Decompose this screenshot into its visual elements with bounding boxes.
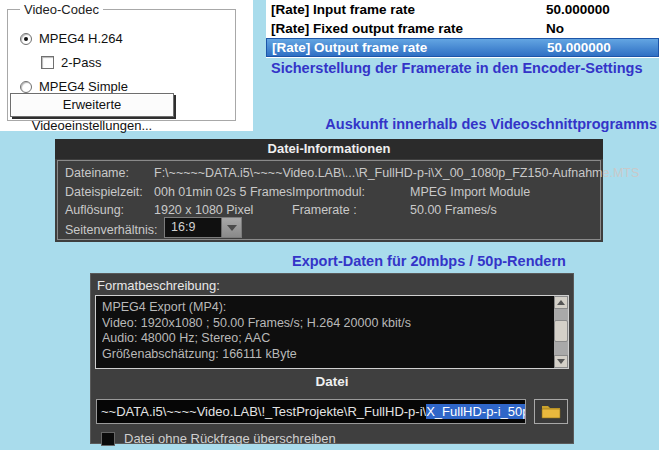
file-info-content: Dateiname: F:\~~~~~DATA.i5\~~~~Video.LAB… [57,160,601,240]
file-info-panel: Datei-Informationen Dateiname: F:\~~~~~D… [55,139,603,242]
overwrite-checkbox-icon[interactable] [101,432,115,446]
screenshot-root: Video-Codec MPEG4 H.264 2-Pass MPEG4 Sim… [0,0,659,450]
row-value: 50.000000 [546,2,610,17]
format-line: Video: 1920x1080 ; 50.00 Frames/s; H.264… [102,316,550,332]
scroll-down-icon[interactable] [554,355,568,368]
datei-section-title: Datei [91,374,573,389]
file-info-title: Datei-Informationen [55,139,603,159]
dateispielzeit-label: Dateispielzeit: [65,185,143,199]
radio-mpeg4-simple-label: MPEG4 Simple [39,79,128,94]
dateiname-value: F:\~~~~~DATA.i5\~~~~Video.LAB\...\R_Full… [154,166,639,180]
video-codec-panel: Video-Codec MPEG4 H.264 2-Pass MPEG4 Sim… [0,0,253,131]
format-description-box: MPEG4 Export (MP4): Video: 1920x1080 ; 5… [95,295,569,369]
groupbox-title: Video-Codec [20,2,103,17]
dropdown-button[interactable] [221,218,241,237]
importmodul-value: MPEG Import Module [410,185,530,199]
row-label: [Rate] Output frame rate [267,40,427,55]
overwrite-checkbox-label: Datei ohne Rückfrage überschreiben [124,431,336,446]
format-description-text: MPEG4 Export (MP4): Video: 1920x1080 ; 5… [102,300,550,362]
row-value: No [546,21,564,36]
table-row-output-frame-rate-selected[interactable]: [Rate] Output frame rate 50.000000 [266,38,659,57]
format-line: Audio: 48000 Hz; Stereo; AAC [102,331,550,347]
format-description-label: Formatbeschreibung: [97,278,220,293]
dateispielzeit-value: 00h 01min 02s 5 Frames [154,185,292,199]
aspect-ratio-value: 16:9 [165,218,221,237]
table-row-fixed-output-frame-rate[interactable]: [Rate] Fixed output frame rate No [266,19,659,38]
row-label: [Rate] Input frame rate [266,2,415,17]
export-panel: Formatbeschreibung: MPEG4 Export (MP4): … [90,273,574,444]
output-path-input[interactable]: ~~DATA.i5\~~~~Video.LAB\!_TestProjekte\R… [96,399,526,424]
radio-mpeg4-h264-label: MPEG4 H.264 [39,31,123,46]
aufloesung-label: Auflösung: [65,203,124,217]
scroll-up-icon[interactable] [554,296,568,309]
folder-icon [541,404,561,419]
path-selected-text: X_FullHD-p-i_50p_20mbps.mp4 [426,404,526,419]
format-line: Größenabschätzung: 166111 kByte [102,347,550,363]
checkbox-2pass[interactable]: 2-Pass [41,55,101,70]
radio-mpeg4-h264[interactable]: MPEG4 H.264 [20,31,123,46]
path-unselected: ~~DATA.i5\~~~~Video.LAB\!_TestProjekte\R… [101,404,426,419]
aufloesung-value: 1920 x 1080 Pixel [154,203,253,217]
framerate-value: 50.00 Frames/s [410,203,497,217]
dateiname-label: Dateiname: [65,166,129,180]
info-section-heading: Auskunft innerhalb des Videoschnittprogr… [325,116,657,132]
radio-selected-icon[interactable] [20,33,32,45]
output-file-row: ~~DATA.i5\~~~~Video.LAB\!_TestProjekte\R… [96,399,568,424]
radio-mpeg4-simple[interactable]: MPEG4 Simple [20,79,128,94]
importmodul-label: Importmodul: [292,185,365,199]
overwrite-checkbox-row[interactable]: Datei ohne Rückfrage überschreiben [101,431,336,446]
encoder-settings-caption: Sicherstellung der Framerate in den Enco… [271,60,642,76]
table-row-input-frame-rate[interactable]: [Rate] Input frame rate 50.000000 [266,0,659,19]
checkbox-unchecked-icon[interactable] [41,56,54,69]
browse-folder-button[interactable] [534,399,568,424]
chevron-down-icon [227,225,237,231]
row-label: [Rate] Fixed output frame rate [266,21,463,36]
seitenverhaeltnis-label: Seitenverhältnis: [65,223,157,237]
row-value: 50.000000 [547,40,611,55]
scrollbar-thumb[interactable] [554,320,568,342]
framerate-label: Framerate : [292,203,357,217]
radio-unselected-icon[interactable] [20,81,32,93]
aspect-ratio-dropdown[interactable]: 16:9 [164,217,242,238]
advanced-video-settings-button[interactable]: Erweiterte Videoeinstellungen... [10,93,174,117]
vertical-scrollbar[interactable] [554,296,568,368]
format-line: MPEG4 Export (MP4): [102,300,550,316]
encoder-rate-table: [Rate] Input frame rate 50.000000 [Rate]… [266,0,659,58]
checkbox-2pass-label: 2-Pass [61,55,101,70]
export-section-heading: Export-Daten für 20mbps / 50p-Rendern [292,253,566,269]
